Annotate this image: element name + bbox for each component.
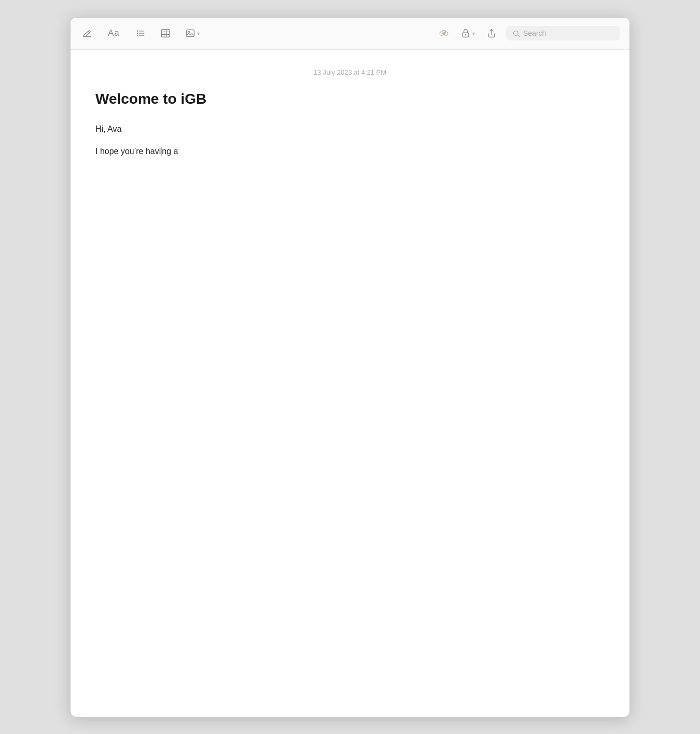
svg-point-1 — [137, 33, 138, 34]
search-icon — [512, 30, 520, 37]
svg-rect-11 — [186, 30, 194, 36]
table-icon[interactable] — [158, 26, 173, 40]
share-icon[interactable] — [484, 26, 499, 40]
search-area[interactable] — [506, 26, 620, 40]
lock-chevron-icon: ▾ — [472, 31, 475, 36]
note-title[interactable]: Welcome to iGB — [95, 91, 605, 107]
toolbar: Aa — [71, 18, 629, 50]
compose-icon[interactable] — [80, 26, 94, 40]
svg-rect-6 — [161, 30, 169, 37]
note-body-line: I hope you’re having a — [95, 144, 605, 158]
toolbar-left: Aa — [80, 26, 426, 40]
svg-point-12 — [188, 31, 189, 33]
media-chevron-icon: ▾ — [197, 31, 200, 36]
note-greeting: Hi, Ava — [95, 122, 605, 136]
content-area: 13 July 2023 at 4:21 PM Welcome to iGB H… — [71, 50, 629, 717]
collaboration-icon[interactable] — [437, 26, 451, 40]
app-window: Aa — [70, 17, 630, 717]
toolbar-right: ▾ — [437, 26, 620, 40]
svg-line-19 — [517, 35, 519, 36]
svg-point-17 — [465, 34, 467, 36]
svg-point-0 — [137, 31, 138, 32]
note-body[interactable]: Hi, Ava I hope you’re having a — [95, 122, 605, 167]
lock-button[interactable]: ▾ — [458, 26, 477, 40]
media-insert-button[interactable]: ▾ — [183, 26, 202, 40]
search-input[interactable] — [523, 29, 614, 37]
note-timestamp: 13 July 2023 at 4:21 PM — [95, 68, 605, 76]
font-button[interactable]: Aa — [105, 26, 123, 40]
list-icon[interactable] — [133, 26, 148, 40]
svg-point-2 — [137, 35, 138, 36]
